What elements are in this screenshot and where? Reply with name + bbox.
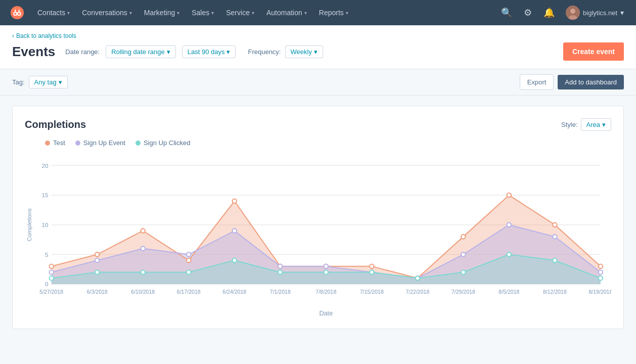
style-selector: Style: Area ▾ bbox=[561, 118, 611, 131]
settings-button[interactable]: ⚙ bbox=[519, 4, 536, 21]
svg-point-15 bbox=[50, 264, 54, 269]
chevron-down-icon: ▾ bbox=[304, 10, 307, 16]
svg-text:8/5/2018: 8/5/2018 bbox=[498, 289, 519, 295]
page-title: Events bbox=[12, 44, 55, 60]
svg-point-53 bbox=[599, 276, 603, 281]
subheader-left: Events Date range: Rolling date range ▾ … bbox=[12, 44, 323, 60]
svg-point-30 bbox=[141, 246, 145, 251]
legend-dot-signup-event bbox=[75, 141, 80, 146]
chart-area: 0 5 10 15 20 Completions 5/27/20186/3/20… bbox=[25, 155, 611, 316]
back-link[interactable]: ‹ Back to analytics tools bbox=[12, 32, 76, 39]
svg-text:7/29/2018: 7/29/2018 bbox=[451, 289, 475, 295]
date-range-label: Date range: bbox=[65, 48, 100, 56]
svg-text:8/19/2018: 8/19/2018 bbox=[588, 289, 611, 295]
add-to-dashboard-button[interactable]: Add to dashboard bbox=[558, 75, 624, 89]
svg-point-50 bbox=[461, 270, 465, 275]
chevron-down-icon: ▾ bbox=[67, 10, 70, 16]
nav-reports[interactable]: Reports ▾ bbox=[314, 6, 353, 20]
nav-right-actions: 🔍 ⚙ 🔔 biglytics.net ▾ bbox=[498, 4, 628, 22]
nav-automation[interactable]: Automation ▾ bbox=[261, 6, 312, 20]
svg-point-22 bbox=[370, 264, 374, 269]
svg-point-39 bbox=[553, 235, 557, 239]
svg-text:6/3/2018: 6/3/2018 bbox=[87, 289, 108, 295]
account-name: biglytics.net bbox=[583, 9, 617, 17]
svg-point-29 bbox=[95, 258, 99, 263]
tag-label: Tag: bbox=[12, 78, 25, 86]
svg-point-48 bbox=[370, 270, 374, 275]
svg-point-45 bbox=[233, 258, 237, 263]
user-menu[interactable]: biglytics.net ▾ bbox=[562, 4, 628, 22]
chevron-left-icon: ‹ bbox=[12, 32, 14, 39]
chevron-down-icon: ▾ bbox=[314, 48, 317, 56]
hubspot-logo[interactable] bbox=[8, 4, 26, 22]
svg-text:10: 10 bbox=[42, 221, 49, 228]
frequency-group: Frequency: Weekly ▾ bbox=[248, 46, 323, 58]
svg-text:6/17/2018: 6/17/2018 bbox=[177, 289, 201, 295]
filter-group: Date range: Rolling date range ▾ Last 90… bbox=[65, 46, 323, 58]
svg-point-41 bbox=[50, 276, 54, 281]
frequency-label: Frequency: bbox=[248, 48, 281, 56]
svg-point-32 bbox=[233, 229, 237, 233]
svg-text:5: 5 bbox=[45, 251, 48, 258]
subheader-row: Events Date range: Rolling date range ▾ … bbox=[12, 42, 624, 61]
chevron-down-icon: ▾ bbox=[620, 9, 624, 17]
chart-svg: 0 5 10 15 20 Completions 5/27/20186/3/20… bbox=[25, 155, 611, 316]
svg-point-26 bbox=[553, 222, 557, 227]
svg-text:6/24/2018: 6/24/2018 bbox=[222, 289, 246, 295]
legend-dot-signup-clicked bbox=[135, 141, 141, 146]
chevron-down-icon: ▾ bbox=[211, 10, 214, 16]
svg-point-24 bbox=[461, 235, 465, 239]
style-dropdown[interactable]: Area ▾ bbox=[581, 118, 611, 131]
export-button[interactable]: Export bbox=[520, 74, 554, 90]
nav-service[interactable]: Service ▾ bbox=[221, 6, 259, 20]
svg-point-44 bbox=[187, 270, 191, 275]
svg-point-19 bbox=[233, 199, 237, 203]
svg-point-47 bbox=[324, 270, 328, 275]
search-button[interactable]: 🔍 bbox=[498, 4, 515, 21]
svg-point-31 bbox=[187, 252, 191, 257]
toolbar: Tag: Any tag ▾ Export Add to dashboard bbox=[0, 69, 636, 96]
page-subheader: ‹ Back to analytics tools Events Date ra… bbox=[0, 25, 636, 69]
svg-text:7/22/2018: 7/22/2018 bbox=[405, 289, 429, 295]
svg-point-33 bbox=[278, 264, 282, 269]
frequency-dropdown[interactable]: Weekly ▾ bbox=[285, 46, 323, 58]
date-range-dropdown[interactable]: Rolling date range ▾ bbox=[106, 46, 176, 58]
svg-point-40 bbox=[599, 270, 603, 275]
svg-text:6/10/2018: 6/10/2018 bbox=[131, 289, 155, 295]
legend-dot-test bbox=[45, 141, 50, 146]
nav-contacts[interactable]: Contacts ▾ bbox=[32, 6, 75, 20]
nav-sales[interactable]: Sales ▾ bbox=[187, 6, 219, 20]
chevron-down-icon: ▾ bbox=[346, 10, 348, 16]
chevron-down-icon: ▾ bbox=[59, 78, 62, 86]
svg-text:20: 20 bbox=[42, 162, 49, 169]
style-label: Style: bbox=[561, 121, 578, 128]
chart-container: Completions Style: Area ▾ Test Sign Up E… bbox=[12, 106, 624, 329]
svg-point-27 bbox=[599, 264, 603, 269]
legend-signup-clicked: Sign Up Clicked bbox=[135, 139, 191, 147]
tag-dropdown[interactable]: Any tag ▾ bbox=[29, 76, 68, 88]
svg-point-16 bbox=[95, 252, 99, 257]
tag-filter-group: Tag: Any tag ▾ bbox=[12, 76, 68, 88]
chevron-down-icon: ▾ bbox=[226, 48, 230, 56]
top-navigation: Contacts ▾ Conversations ▾ Marketing ▾ S… bbox=[0, 0, 636, 25]
svg-point-0 bbox=[11, 6, 24, 19]
svg-text:7/15/2018: 7/15/2018 bbox=[360, 289, 384, 295]
svg-point-51 bbox=[507, 252, 511, 257]
nav-marketing[interactable]: Marketing ▾ bbox=[139, 6, 185, 20]
chevron-down-icon: ▾ bbox=[177, 10, 179, 16]
svg-text:15: 15 bbox=[42, 192, 49, 198]
svg-point-34 bbox=[324, 264, 328, 269]
svg-point-28 bbox=[50, 270, 54, 275]
notifications-button[interactable]: 🔔 bbox=[540, 4, 558, 21]
last-days-dropdown[interactable]: Last 90 days ▾ bbox=[182, 46, 236, 58]
svg-text:Date: Date bbox=[319, 309, 333, 316]
svg-point-49 bbox=[416, 276, 420, 281]
nav-conversations[interactable]: Conversations ▾ bbox=[77, 6, 137, 20]
svg-point-18 bbox=[187, 258, 191, 263]
create-event-button[interactable]: Create event bbox=[563, 42, 624, 61]
svg-point-17 bbox=[141, 229, 145, 233]
chevron-down-icon: ▾ bbox=[129, 10, 132, 16]
svg-point-46 bbox=[278, 270, 282, 275]
svg-point-37 bbox=[461, 252, 465, 257]
toolbar-actions: Export Add to dashboard bbox=[520, 74, 624, 90]
